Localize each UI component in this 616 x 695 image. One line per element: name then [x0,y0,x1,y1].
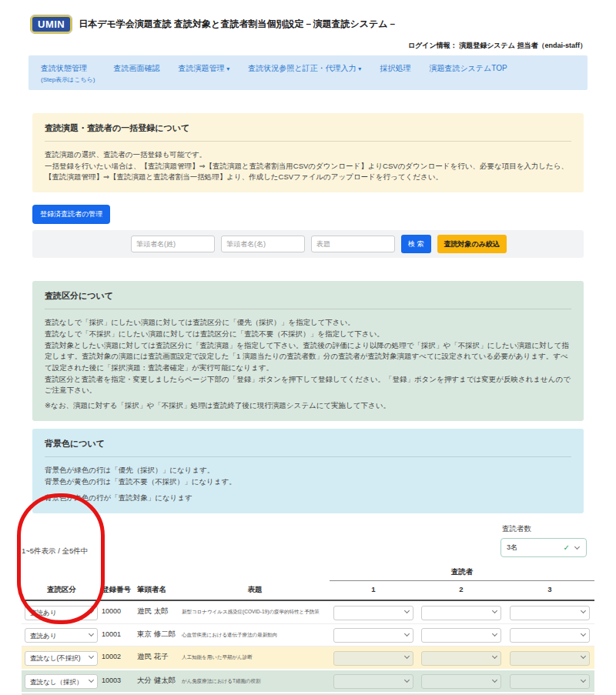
reviewer-3-select-wrap [510,604,590,620]
manage-registered-reviewers-button[interactable]: 登録済査読者の管理 [32,205,110,224]
reviewer-1-select-wrap [333,650,413,666]
registration-number: 10003 [102,673,137,684]
bulk-box-title: 査読演題・査読者の一括登録について [45,122,571,134]
col-header-category: 査読区分 [22,585,102,595]
author-first-name-input[interactable] [221,236,305,252]
nav-sub-step-display[interactable]: (Step表示はこちら) [41,75,95,84]
review-category-info-box: 査読区分について 査読なしで「採択」にしたい演題に対しては査読区分に「優先（採択… [32,281,584,421]
login-info: ログイン情報： 演題登録システム 担当者（endai-staff） [0,41,587,51]
reviewer-1-select-wrap [333,604,413,620]
divider [45,309,571,309]
reviewer-2-select-wrap [421,627,501,643]
reviewer-3-select-wrap [510,627,590,643]
author-name: 遊民 太郎 [137,603,180,616]
caret-down-icon: ▾ [358,65,361,72]
bgcolor-box-line1: 背景色が緑色の行は「優先（採択）」になります。 [45,465,571,476]
reviewer-3-select[interactable] [510,628,590,643]
result-count-text: 1~5件表示 / 全5件中 [22,546,616,556]
review-category-select[interactable]: 査読なし(不採択) [25,651,98,666]
bgcolor-box-line2: 背景色が黄色の行は「査読不要（不採択）」になります。 [45,476,571,488]
nav-item-adoption-processing[interactable]: 採択処理 [380,63,410,74]
category-select-wrap: 査読あり [25,627,98,643]
divider [45,141,571,142]
reviewer-count-label: 査読者数 [502,524,531,534]
reviewer-2-select[interactable] [421,674,501,689]
search-bar: 検 索 査読対象のみ絞込 [32,230,584,258]
col-header-reviewer-3: 3 [505,585,594,595]
reviewer-2-select-wrap [421,673,501,690]
category-box-line2: 査読なしで「不採択」にしたい演題に対しては査読区分に「査読不要（不採択）」を指定… [45,329,571,340]
nav-item-review-status-reference[interactable]: 査読状況参照と訂正・代理入力 ▾ [248,63,361,74]
category-select-wrap: 査読あり [25,604,98,620]
table-row: 査読あり 10000 遊民 太郎 新型コロナウイルス感染症(COVID-19)の… [22,601,594,624]
reviewer-1-select[interactable] [333,628,413,643]
reviewer-1-select-wrap [333,673,413,690]
bulk-box-line1: 査読演題の選択、査読者の一括登録も可能です。 [45,149,571,161]
search-button[interactable]: 検 索 [401,235,431,253]
caret-down-icon: ▾ [226,65,229,72]
topic-title: 新型コロナウイルス感染症(COVID-19)の疫学的特性と予防策 [180,603,330,615]
review-category-select[interactable]: 査読なし（採択） [25,674,98,689]
table-row: 査読なし（採択） 10003 大分 健太郎 がん免疫療法におけるT細胞の役割 [22,670,594,694]
reviewer-group-header: 査読者 [330,567,594,581]
filter-review-targets-button[interactable]: 査読対象のみ絞込 [437,235,507,253]
reviewer-1-select[interactable] [333,674,413,689]
reviewer-1-select[interactable] [333,651,413,666]
divider [45,456,571,457]
nav-item-system-top[interactable]: 演題査読システムTOP [429,63,507,74]
category-select-wrap: 査読なし（採択） [25,673,98,690]
bulk-box-line2: 一括登録を行いたい場合は、【査読演題管理】⇒【査読演題と査読者割当用CSVのダウ… [45,161,571,183]
author-name: 大分 健太郎 [137,673,180,686]
main-nav: 査読状態管理 (Step表示はこちら) 査読画面確認 査読演題管理 ▾ 査読状況… [28,55,588,90]
page: UMIN 日本デモ学会演題査読 査読対象と査読者割当個別設定－演題査読システム－… [0,0,616,695]
category-box-note: ※なお、演題に対する「採択」や「不採択」処理は査読終了後に現行演題システムにて実… [45,400,571,412]
reviewer-1-select[interactable] [333,606,413,620]
table-row: 査読あり 10001 東京 修二郎 心血管疾患における遺伝子療法の最新動向 [22,624,594,647]
col-header-reg-no: 登録番号 [102,585,137,595]
reviewer-3-select-wrap [510,650,590,666]
reviewer-3-select[interactable] [510,674,590,689]
page-title: 日本デモ学会演題査読 査読対象と査読者割当個別設定－演題査読システム－ [79,18,397,31]
title-search-input[interactable] [311,236,395,252]
topic-title: 心血管疾患における遺伝子療法の最新動向 [180,627,330,638]
reviewer-1-select-wrap [333,627,413,643]
author-name: 東京 修二郎 [137,627,180,640]
reviewer-3-select-wrap [510,673,590,690]
table-body: 査読あり 10000 遊民 太郎 新型コロナウイルス感染症(COVID-19)の… [22,601,594,695]
registration-number: 10000 [102,603,137,615]
bgcolor-box-title: 背景色について [45,438,571,449]
reviewer-3-select[interactable] [510,606,590,620]
background-color-info-box: 背景色について 背景色が緑色の行は「優先（採択）」になります。 背景色が黄色の行… [32,429,584,513]
category-box-line1: 査読なしで「採択」にしたい演題に対しては査読区分に「優先（採択）」を指定して下さ… [45,317,571,329]
nav-link-review-status[interactable]: 査読状態管理 [41,63,95,74]
review-category-select[interactable]: 査読あり [25,628,98,643]
col-header-reviewer-1: 1 [330,585,417,595]
header: UMIN 日本デモ学会演題査読 査読対象と査読者割当個別設定－演題査読システム－ [31,15,616,33]
umin-logo: UMIN [31,15,72,33]
category-box-title: 査読区分について [45,290,571,302]
reviewer-2-select-wrap [421,650,501,666]
bgcolor-box-line3: 背景色が白色の行が「査読対象」になります [45,493,571,504]
reviewer-3-select[interactable] [510,651,590,666]
author-last-name-input[interactable] [131,236,215,252]
category-box-line3: 査読対象としたい演題に対しては査読区分に「査読演題」を指定して下さい。査読後の評… [45,340,571,374]
col-header-author: 筆頭者名 [137,585,180,595]
registration-number: 10001 [102,627,137,638]
table-row: 査読なし(不採択) 10002 遊民 花子 人工知能を用いた早期がん診断 [22,647,594,670]
nav-item-review-topic-management[interactable]: 査読演題管理 ▾ [179,63,230,74]
reviewer-2-select[interactable] [421,651,501,666]
reviewer-2-select[interactable] [421,628,501,643]
bulk-registration-info-box: 査読演題・査読者の一括登録について 査読演題の選択、査読者の一括登録も可能です。… [32,113,584,192]
nav-item-review-status[interactable]: 査読状態管理 (Step表示はこちら) [41,63,95,84]
col-header-title: 表題 [180,585,330,595]
reviewer-2-select-wrap [421,604,501,620]
topic-title: がん免疫療法におけるT細胞の役割 [180,673,330,684]
col-header-reviewer-2: 2 [417,585,505,595]
nav-item-review-screen-check[interactable]: 査読画面確認 [114,63,160,74]
review-category-select[interactable]: 査読あり [25,606,98,620]
author-name: 遊民 花子 [137,649,180,662]
category-box-warning: 査読区分と査読者を指定・変更しましたらページ下部の「登録」ボタンを押下して登録し… [45,374,571,396]
registration-number: 10002 [102,649,137,660]
reviewer-2-select[interactable] [421,606,501,620]
topic-title: 人工知能を用いた早期がん診断 [180,649,330,660]
